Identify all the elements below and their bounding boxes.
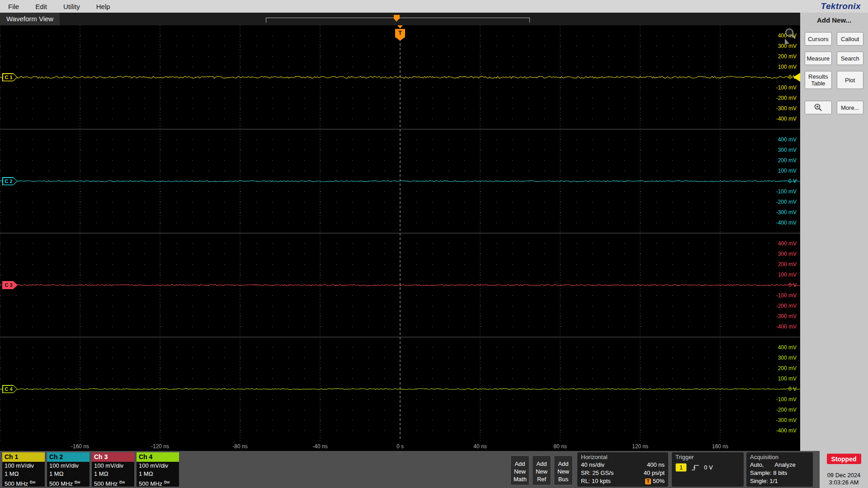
time-label: 40 ns (473, 443, 486, 450)
time-label: 80 ns (553, 443, 566, 450)
channel-vdiv-label: 100 mV/div (137, 462, 179, 470)
bottom-right-status: Stopped 09 Dec 2024 3:03:26 AM (820, 451, 868, 488)
channel-bandwidth-label: 500 MHz Bw (92, 478, 134, 488)
record-length: RL: 10 kpts (581, 477, 611, 485)
channel-vdiv-label: 100 mV/div (47, 462, 90, 470)
trigger-position-icon: T (645, 479, 651, 484)
acquisition-analyze: Analyze (774, 461, 795, 469)
magnifier-icon[interactable] (783, 28, 797, 47)
acquisition-mode: Auto, (750, 461, 764, 469)
search-button[interactable]: Search (837, 52, 864, 65)
time-label: -80 ns (232, 443, 247, 450)
horizontal-scale: 40 ns/div (581, 461, 604, 469)
channel-handle-2[interactable]: C 2 (2, 177, 18, 185)
trigger-title: Trigger (675, 454, 740, 460)
channel-bandwidth-label: 500 MHz Bw (47, 478, 90, 488)
channel-name-label: Ch 2 (47, 452, 90, 462)
horizontal-panel[interactable]: Horizontal 40 ns/div 400 ns SR: 25 GS/s … (577, 452, 668, 487)
rising-edge-icon (691, 464, 700, 471)
menu-utility[interactable]: Utility (55, 3, 88, 10)
horizontal-position: 50% (653, 477, 665, 485)
channel-name-label: Ch 4 (137, 452, 179, 462)
channel-vdiv-label: 100 mV/div (2, 462, 45, 470)
measure-button[interactable]: Measure (805, 52, 832, 65)
channel-settings-group: Ch 1100 mV/div1 MΩ500 MHz BwCh 2100 mV/d… (2, 452, 179, 487)
channel-vdiv-label: 100 mV/div (92, 462, 134, 470)
channel-handle-3[interactable]: C 3 (2, 281, 18, 289)
sample-rate: SR: 25 GS/s (581, 469, 613, 477)
time-labels: -160 ns-120 ns-80 ns-40 ns0 s40 ns80 ns1… (0, 441, 800, 451)
add-new-bus-button[interactable]: AddNewBus (554, 455, 573, 485)
channel-handle-4[interactable]: C 4 (2, 385, 18, 393)
channel-bandwidth-label: 500 MHz Bw (2, 478, 45, 488)
acquisition-panel[interactable]: Acquisition Auto, Analyze Sample: 8 bits… (746, 452, 813, 487)
menu-file[interactable]: File (0, 3, 27, 10)
channel-settings-button-4[interactable]: Ch 4100 mV/div1 MΩ500 MHz Bw (137, 452, 179, 487)
channel-impedance-label: 1 MΩ (137, 470, 179, 478)
horizontal-title: Horizontal (581, 454, 665, 460)
bandwidth-limit-icon: Bw (75, 480, 80, 484)
add-new-ref-button[interactable]: AddNewRef (532, 455, 551, 485)
trigger-level-value: 0 V (704, 464, 713, 471)
plot-button[interactable]: Plot (837, 71, 864, 89)
cursors-button[interactable]: Cursors (805, 32, 832, 46)
acquisition-single: Single: 1/1 (750, 477, 778, 485)
magnifier-plus-icon (814, 103, 823, 112)
channel-impedance-label: 1 MΩ (2, 470, 45, 478)
waveform-window: Waveform View 400 mV300 mV200 mV100 mV0 … (0, 13, 800, 451)
time-label: 120 ns (632, 443, 648, 450)
horizontal-span: 400 ns (647, 461, 665, 469)
trigger-flag[interactable]: T (395, 29, 405, 37)
channel-settings-button-2[interactable]: Ch 2100 mV/div1 MΩ500 MHz Bw (47, 452, 90, 487)
time-label: -120 ns (151, 443, 169, 450)
bandwidth-limit-icon: Bw (119, 480, 125, 484)
time-label: -40 ns (312, 443, 327, 450)
channel-name-label: Ch 3 (92, 452, 134, 462)
time-label: -160 ns (71, 443, 89, 450)
resolution: 40 ps/pt (644, 469, 665, 477)
bandwidth-limit-icon: Bw (164, 480, 170, 484)
results-table-button[interactable]: Results Table (805, 71, 832, 89)
time-label: 160 ns (712, 443, 728, 450)
add-new-button-grid: Cursors Callout Measure Search Results T… (800, 24, 868, 89)
waveform-graticule (0, 25, 800, 441)
waveform-view-title: Waveform View (0, 13, 60, 25)
more-button[interactable]: More... (837, 101, 864, 114)
waveform-display[interactable]: 400 mV300 mV200 mV100 mV0 V-100 mV-200 m… (0, 25, 800, 451)
channel-impedance-label: 1 MΩ (47, 470, 90, 478)
add-new-math-button[interactable]: AddNewMath (510, 455, 529, 485)
acquisition-sample: Sample: 8 bits (750, 469, 787, 477)
tekscope-app: File Edit Utility Help Tektronix Wavefor… (0, 0, 868, 488)
channel-impedance-label: 1 MΩ (92, 470, 134, 478)
waveform-view-header: Waveform View (0, 13, 800, 25)
add-new-title: Add New... (800, 16, 868, 24)
right-panel: Add New... Cursors Callout Measure Searc… (800, 13, 868, 451)
tektronix-logo: Tektronix (821, 1, 861, 11)
menu-bar: File Edit Utility Help Tektronix (0, 0, 868, 13)
channel-settings-button-1[interactable]: Ch 1100 mV/div1 MΩ500 MHz Bw (2, 452, 45, 487)
callout-button[interactable]: Callout (837, 32, 864, 46)
acquisition-title: Acquisition (750, 454, 809, 460)
trigger-panel[interactable]: Trigger 1 0 V (672, 452, 744, 487)
content-area: Waveform View 400 mV300 mV200 mV100 mV0 … (0, 13, 868, 451)
menu-edit[interactable]: Edit (27, 3, 55, 10)
status-bar: Ch 1100 mV/div1 MΩ500 MHz BwCh 2100 mV/d… (0, 451, 820, 488)
add-new-group: AddNewMathAddNewRefAddNewBus (510, 455, 573, 485)
trigger-source-badge[interactable]: 1 (675, 463, 687, 472)
menu-help[interactable]: Help (88, 3, 118, 10)
date-label: 09 Dec 2024 (827, 472, 861, 479)
more-button-row: More... (800, 89, 868, 114)
bottom-row: Ch 1100 mV/div1 MΩ500 MHz BwCh 2100 mV/d… (0, 451, 868, 488)
channel-bandwidth-label: 500 MHz Bw (137, 478, 179, 488)
channel-settings-button-3[interactable]: Ch 3100 mV/div1 MΩ500 MHz Bw (92, 452, 134, 487)
trigger-level-arrow[interactable] (793, 73, 800, 82)
trigger-position-marker[interactable] (394, 15, 400, 19)
channel-name-label: Ch 1 (2, 452, 45, 462)
run-stop-status-button[interactable]: Stopped (827, 454, 861, 464)
bandwidth-limit-icon: Bw (30, 480, 36, 484)
channel-handle-1[interactable]: C 1 (2, 73, 18, 81)
zoom-tool-button[interactable] (805, 101, 832, 114)
time-label: 0 s (396, 443, 404, 450)
time-label: 3:03:26 AM (829, 479, 859, 486)
